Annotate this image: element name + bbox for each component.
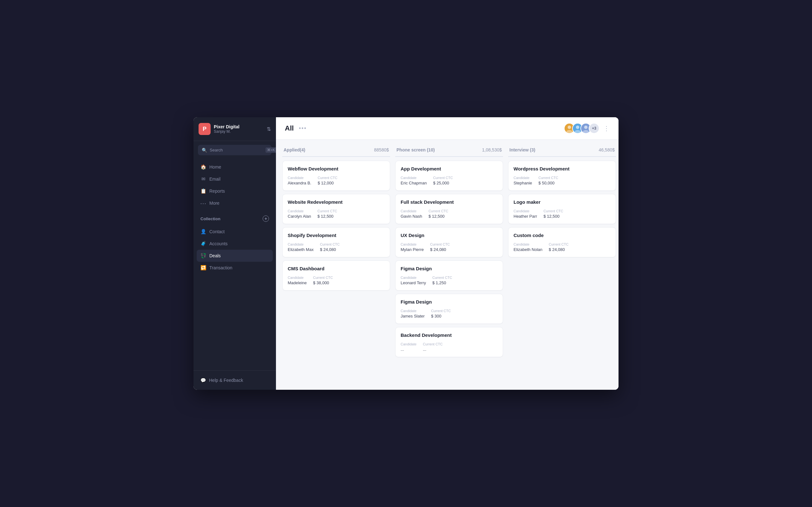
card-candidate-field: Candidate Eric Chapman <box>401 176 426 185</box>
deals-icon: 💱 <box>200 253 206 259</box>
card-title: Figma Design <box>401 266 498 271</box>
sidebar: P Pixer Digital Sanjay M. ⇅ 🔍 ⌘+K 🏠 Home… <box>194 117 276 390</box>
sidebar-item-more[interactable]: ··· More <box>197 197 273 209</box>
help-label: Help & Feedback <box>209 378 243 383</box>
search-shortcut: ⌘+K <box>265 147 276 153</box>
page-title: All <box>285 124 294 132</box>
sidebar-item-label: Transaction <box>209 265 233 270</box>
card-ctc-field: Current CTC ... <box>423 342 443 352</box>
main-nav: 🏠 Home ✉ Email 📋 Reports ··· More <box>194 159 276 211</box>
sidebar-item-home[interactable]: 🏠 Home <box>197 161 273 173</box>
card-info: Candidate Leonard Terry Current CTC $ 1,… <box>401 276 498 285</box>
deal-card[interactable]: Custom code Candidate Elizabeth Nolan Cu… <box>508 227 616 257</box>
deal-card[interactable]: App Development Candidate Eric Chapman C… <box>395 161 503 191</box>
deal-card[interactable]: Wordpress Development Candidate Stephani… <box>508 161 616 191</box>
header-right: +3 ⋮ <box>564 123 610 134</box>
sidebar-bottom: 💬 Help & Feedback <box>194 371 276 390</box>
search-input[interactable] <box>210 148 263 153</box>
column-header-interview: Interview (3) 46,580$ <box>508 145 616 157</box>
column-title: Interview (3) <box>509 147 536 153</box>
card-info: Candidate Alexandra B. Current CTC $ 12,… <box>288 176 385 185</box>
sidebar-item-label: Reports <box>209 188 225 193</box>
help-feedback-item[interactable]: 💬 Help & Feedback <box>197 375 273 386</box>
card-candidate-field: Candidate Carolyn Alan <box>288 209 311 219</box>
card-info: Candidate Elizabeth Nolan Current CTC $ … <box>513 242 611 252</box>
sidebar-item-label: Contact <box>209 229 224 234</box>
card-ctc-field: Current CTC $ 24,080 <box>549 242 568 252</box>
card-candidate-field: Candidate James Slater <box>401 309 425 319</box>
avatar-group: +3 <box>564 123 600 134</box>
sidebar-item-transaction[interactable]: 🔁 Transaction <box>197 262 273 274</box>
card-title: UX Design <box>401 233 498 238</box>
sidebar-item-label: More <box>209 201 219 206</box>
column-header-applied: Applied(4) 88580$ <box>282 145 390 157</box>
header-dots-menu[interactable]: ••• <box>299 125 307 132</box>
logo-badge: P <box>199 123 211 135</box>
sidebar-item-label: Accounts <box>209 241 228 246</box>
card-ctc-field: Current CTC $ 50,000 <box>539 176 558 185</box>
sidebar-item-reports[interactable]: 📋 Reports <box>197 185 273 197</box>
collection-label: Collection <box>200 216 263 221</box>
column-title: Applied(4) <box>284 147 305 153</box>
deal-card[interactable]: Full stack Development Candidate Gavin N… <box>395 194 503 224</box>
card-candidate-field: Candidate Mylan Pierre <box>401 242 424 252</box>
collection-add-button[interactable]: + <box>263 216 269 222</box>
sidebar-item-deals[interactable]: 💱 Deals <box>197 250 273 262</box>
column-header-phone-screen: Phone screen (10) 1,08,530$ <box>395 145 503 157</box>
deal-card[interactable]: CMS Dashboard Candidate Madeleine Curren… <box>282 261 390 291</box>
card-info: Candidate Carolyn Alan Current CTC $ 12,… <box>288 209 385 219</box>
card-info: Candidate Heather Parr Current CTC $ 12,… <box>513 209 611 219</box>
deal-card[interactable]: UX Design Candidate Mylan Pierre Current… <box>395 227 503 257</box>
card-title: Custom code <box>513 233 611 238</box>
card-title: Backend Development <box>401 332 498 338</box>
sidebar-item-email[interactable]: ✉ Email <box>197 173 273 185</box>
deal-card[interactable]: Shopify Development Candidate Elizabeth … <box>282 227 390 257</box>
sidebar-search[interactable]: 🔍 ⌘+K <box>198 145 271 155</box>
card-candidate-field: Candidate Elizabeth Nolan <box>513 242 542 252</box>
card-ctc-field: Current CTC $ 12,500 <box>543 209 563 219</box>
card-title: Wordpress Development <box>513 166 611 171</box>
sidebar-item-label: Email <box>209 176 220 181</box>
contact-icon: 👤 <box>200 229 206 234</box>
card-ctc-field: Current CTC $ 38,000 <box>313 276 333 285</box>
deal-card[interactable]: Figma Design Candidate James Slater Curr… <box>395 294 503 324</box>
sidebar-item-label: Deals <box>209 253 221 258</box>
company-name: Pixer Digital <box>214 124 264 129</box>
deal-card[interactable]: Backend Development Candidate ... Curren… <box>395 327 503 357</box>
card-title: App Development <box>401 166 498 171</box>
deal-card[interactable]: Webflow Development Candidate Alexandra … <box>282 161 390 191</box>
sidebar-item-accounts[interactable]: 🧳 Accounts <box>197 238 273 250</box>
column-amount: 88580$ <box>374 147 389 153</box>
svg-point-4 <box>576 125 579 129</box>
sidebar-item-label: Home <box>209 164 221 170</box>
sidebar-header: P Pixer Digital Sanjay M. ⇅ <box>194 117 276 141</box>
card-ctc-field: Current CTC $ 12,000 <box>317 176 337 185</box>
kanban-column-interview: Interview (3) 46,580$ Wordpress Developm… <box>508 145 616 385</box>
card-title: Webflow Development <box>288 166 385 171</box>
expand-icon[interactable]: ⇅ <box>267 126 271 132</box>
email-icon: ✉ <box>200 176 206 182</box>
card-title: Website Redevelopment <box>288 199 385 205</box>
deal-card[interactable]: Figma Design Candidate Leonard Terry Cur… <box>395 261 503 291</box>
card-info: Candidate Stephanie Current CTC $ 50,000 <box>513 176 611 185</box>
column-amount: 1,08,530$ <box>482 147 502 153</box>
reports-icon: 📋 <box>200 188 206 194</box>
card-info: Candidate Gavin Nash Current CTC $ 12,50… <box>401 209 498 219</box>
sidebar-item-contact[interactable]: 👤 Contact <box>197 226 273 238</box>
card-candidate-field: Candidate Leonard Terry <box>401 276 426 285</box>
cards-container-applied: Webflow Development Candidate Alexandra … <box>282 161 390 385</box>
home-icon: 🏠 <box>200 164 206 170</box>
card-title: Figma Design <box>401 299 498 304</box>
card-candidate-field: Candidate Heather Parr <box>513 209 537 219</box>
deal-card[interactable]: Website Redevelopment Candidate Carolyn … <box>282 194 390 224</box>
card-info: Candidate Eric Chapman Current CTC $ 25,… <box>401 176 498 185</box>
card-info: Candidate Madeleine Current CTC $ 38,000 <box>288 276 385 285</box>
transaction-icon: 🔁 <box>200 265 206 271</box>
card-info: Candidate Elizabeth Max Current CTC $ 24… <box>288 242 385 252</box>
deal-card[interactable]: Logo maker Candidate Heather Parr Curren… <box>508 194 616 224</box>
header-more-button[interactable]: ⋮ <box>603 124 610 132</box>
card-candidate-field: Candidate Gavin Nash <box>401 209 422 219</box>
card-ctc-field: Current CTC $ 25,000 <box>433 176 453 185</box>
card-ctc-field: Current CTC $ 12,500 <box>428 209 448 219</box>
svg-point-7 <box>584 125 588 129</box>
